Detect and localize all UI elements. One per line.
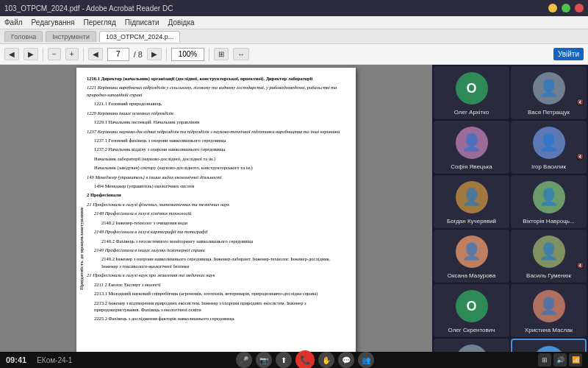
forward-button[interactable]: ▶	[24, 48, 38, 60]
next-page-button[interactable]: ▶	[147, 48, 162, 60]
participant-name-7: Василь Гуменюк	[526, 272, 571, 280]
prev-page-button[interactable]: ◀	[88, 48, 103, 60]
close-button[interactable]	[575, 4, 584, 13]
menu-bar: Файл Редагування Перегляд Підписати Дові…	[0, 16, 588, 29]
tab-home[interactable]: Головна	[4, 31, 43, 42]
side-label: Придатність до працевлаштування	[78, 208, 85, 290]
window-title: 103_ОТРСМ_2024.pdf - Adobe Acrobat Reade…	[4, 4, 545, 13]
camera-button[interactable]: 📷	[256, 352, 272, 368]
minimize-button[interactable]	[548, 4, 557, 13]
pdf-line-21: 2211 2 Еколог. Експерт з екології	[87, 281, 345, 288]
title-bar: 103_ОТРСМ_2024.pdf - Adobe Acrobat Reade…	[0, 0, 588, 16]
pdf-line-22: 2213.1 Молодший науковий співробітник (а…	[87, 290, 345, 297]
participant-avatar-5: 👤	[533, 181, 565, 213]
participant-tile-4[interactable]: 👤Богдан Кучерявий	[434, 175, 509, 228]
pdf-line-6: 1237.1 Головний фахівець з охорони навко…	[87, 137, 345, 144]
participant-name-1: Вася Петращук	[528, 109, 570, 116]
pdf-area: Придатність до працевлаштування 1210.1 Д…	[0, 65, 432, 352]
participant-tile-9[interactable]: 👤Христина Маслак	[511, 284, 587, 337]
participant-name-8: Олег Скрентович	[448, 327, 495, 334]
participant-name-4: Богдан Кучерявий	[447, 218, 496, 225]
participant-tile-6[interactable]: 👤Оксана Мазурова	[434, 230, 509, 283]
participant-name-3: Ігор Василик	[531, 163, 566, 171]
pdf-line-17: 2148.2 Фахівець з геосистемного монітори…	[87, 238, 345, 244]
tb-icon-2[interactable]: 🔊	[553, 353, 567, 367]
participant-name-0: Олег Архітко	[454, 109, 490, 116]
tab-tools[interactable]: Інструменти	[46, 31, 96, 42]
menu-sign[interactable]: Підписати	[125, 18, 159, 26]
mic-button[interactable]: 🎤	[236, 352, 252, 368]
pdf-line-8: Начальник лабораторії (науково-дослідної…	[87, 155, 345, 162]
back-button[interactable]: ◀	[4, 48, 19, 60]
participants-button[interactable]: 👥	[358, 352, 374, 368]
pdf-line-2: 1221.1 Головний природознавець	[87, 100, 345, 107]
participant-avatar-3: 👤	[533, 127, 565, 159]
pdf-line-5: 1237 Керівники науково-дослідних підрозд…	[87, 128, 345, 135]
participant-avatar-0: О	[456, 72, 488, 105]
participant-tile-3[interactable]: 👤🔇Ігор Василик	[511, 121, 587, 174]
zoom-input[interactable]	[171, 48, 204, 61]
participant-tile-7[interactable]: 👤🔇Василь Гуменюк	[511, 230, 587, 283]
room-name: ЕКом-24-1	[37, 356, 72, 364]
pdf-line-23: 2213.2 Інженер з відтворення природних е…	[87, 300, 345, 314]
participant-tile-1[interactable]: 👤🔇Вася Петращук	[511, 66, 587, 119]
participant-tile-8[interactable]: ООлег Скрентович	[434, 284, 509, 337]
pdf-line-20: 21 Професіонали в галузі наук про живлен…	[87, 272, 345, 278]
mic-muted-icon-3: 🔇	[576, 153, 584, 160]
main-content: Придатність до працевлаштування 1210.1 Д…	[0, 65, 588, 352]
window-controls	[548, 4, 584, 13]
pdf-line-1: 1221 Керівники виробничих підрозділів у …	[87, 84, 345, 98]
sep2	[83, 48, 84, 61]
participants-grid: ООлег Архітко👤🔇Вася Петращук👤Софія Явець…	[432, 65, 588, 352]
sep1	[43, 48, 43, 61]
pdf-line-11: 1494 Менеджер (управитель) екологічних с…	[87, 183, 345, 189]
participant-avatar-1: 👤	[533, 72, 565, 105]
zoom-out-button[interactable]: −	[48, 48, 61, 60]
share-button[interactable]: ⬆	[276, 352, 292, 368]
tab-document[interactable]: 103_ОТРСМ_2024.p...	[99, 31, 180, 42]
menu-file[interactable]: Файл	[4, 18, 23, 26]
raise-hand-button[interactable]: ✋	[318, 352, 334, 368]
pdf-line-4: 1229.1 Начальник інспекцій. Начальник уп…	[87, 118, 345, 125]
login-button[interactable]: Увійти	[553, 48, 584, 60]
pdf-line-13: 21 Професіонали в галузі фізичних, матем…	[87, 201, 345, 208]
pdf-line-9: Начальник (завідувач) сектору (науково-д…	[87, 164, 345, 171]
clock: 09:41	[6, 355, 26, 364]
sep4	[209, 48, 209, 61]
participants-panel: ООлег Архітко👤🔇Вася Петращук👤Софія Явець…	[432, 65, 588, 352]
participant-name-6: Оксана Мазурова	[448, 272, 495, 280]
participant-tile-5[interactable]: 👤Вікторія Навроць...	[511, 175, 587, 228]
participant-tile-2[interactable]: 👤Софія Явецька	[434, 121, 509, 174]
pdf-line-14: 2148 Професіонали в галузі хімічних техн…	[87, 210, 345, 216]
bottom-bar: 09:41 ЕКом-24-1 🎤 📷 ⬆ 📞 ✋ 💬 👥 ⊞ 🔊 📶	[0, 352, 588, 368]
menu-view[interactable]: Перегляд	[83, 18, 115, 26]
toolbar: ◀ ▶ − + ◀ / 8 ▶ ⊞ ↔ Увійти	[0, 44, 588, 65]
participant-name-2: Софія Явецька	[451, 163, 492, 171]
pdf-line-12: 2 Професіонали	[87, 191, 345, 198]
pdf-line-3: 1229 Керівники інших основних підрозділі…	[87, 110, 345, 116]
end-call-button[interactable]: 📞	[295, 350, 315, 368]
tb-icon-3[interactable]: 📶	[569, 353, 582, 367]
maximize-button[interactable]	[562, 4, 570, 13]
tb-icon-1[interactable]: ⊞	[538, 353, 551, 367]
pdf-line-16: 2148 Професіонали в галузі картографії т…	[87, 228, 345, 235]
participant-tile-0[interactable]: ООлег Архітко	[434, 66, 509, 119]
zoom-in-button[interactable]: +	[65, 48, 79, 60]
page-total: / 8	[134, 50, 143, 59]
pdf-line-10: 149 Менеджер (управитель) в інших видах …	[87, 174, 345, 180]
pdf-line-18: 2149 Професіонали в інших галузях інжене…	[87, 247, 345, 253]
menu-help[interactable]: Довідка	[168, 18, 195, 26]
chat-button[interactable]: 💬	[338, 352, 354, 368]
pdf-line-19: 2149.2 Інженер з охорони навколишнього с…	[87, 255, 345, 269]
pdf-line-24: 2225.2 Фахівець з дослідження факторів н…	[87, 315, 345, 322]
mic-muted-icon-1: 🔇	[576, 99, 584, 106]
pdf-content: Придатність до працевлаштування 1210.1 Д…	[76, 68, 356, 332]
taskbar-icons: ⊞ 🔊 📶	[538, 353, 582, 367]
fit-page-button[interactable]: ⊞	[214, 48, 229, 60]
fit-width-button[interactable]: ↔	[233, 48, 249, 60]
mic-muted-icon-7: 🔇	[576, 262, 584, 269]
page-number-input[interactable]	[107, 48, 129, 61]
sep3	[166, 48, 167, 61]
pdf-line-15: 2148.2 Інженер-технолог з очищення води	[87, 219, 345, 226]
menu-edit[interactable]: Редагування	[32, 18, 75, 26]
